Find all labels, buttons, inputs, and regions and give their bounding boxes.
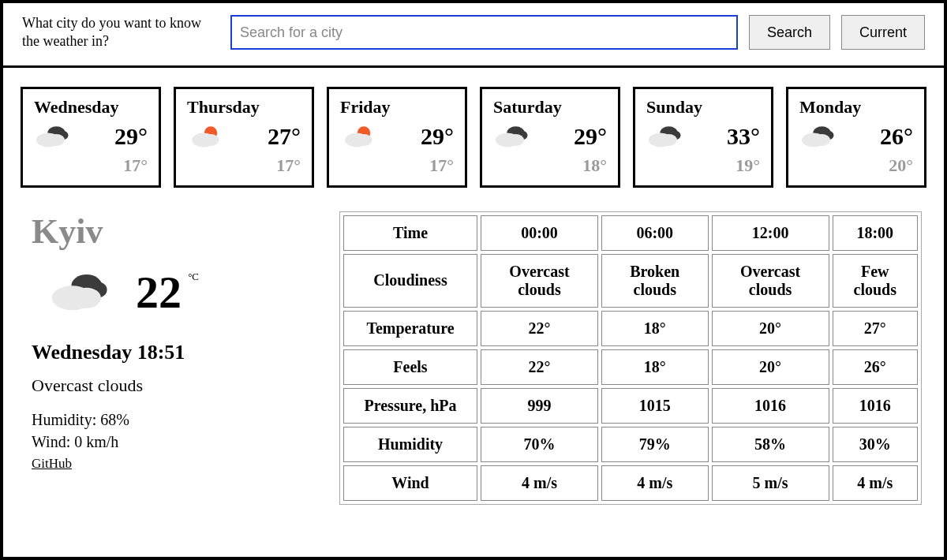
forecast-low: 19° [646,155,760,176]
table-cell: 4 m/s [481,465,598,501]
svg-point-9 [356,134,372,146]
search-button[interactable]: Search [749,15,830,50]
table-cell: 4 m/s [601,465,709,501]
forecast-day: Sunday [646,97,760,118]
forecast-card[interactable]: Sunday 33° 19° [633,87,773,188]
forecast-day: Monday [799,97,913,118]
table-cell: 22° [481,311,598,346]
table-cell: 4 m/s [833,465,918,501]
table-cell: Overcast clouds [481,254,598,308]
row-label: Humidity [343,427,477,462]
table-cell: 27° [833,311,918,346]
table-row: Humidity70%79%58%30% [343,427,918,462]
table-cell: 58% [712,427,829,462]
table-row: CloudinessOvercast cloudsBroken cloudsOv… [343,254,918,308]
forecast-card[interactable]: Saturday 29° 18° [480,87,620,188]
search-prompt: What city do you want to know the weathe… [22,14,219,51]
table-cell: Few clouds [833,254,918,308]
table-cell: Overcast clouds [712,254,829,308]
search-bar: What city do you want to know the weathe… [3,3,944,68]
forecast-day: Wednesday [34,97,148,118]
table-cell: 00:00 [481,215,598,251]
svg-point-17 [661,134,677,146]
table-row: Pressure, hPa999101510161016 [343,388,918,424]
forecast-low: 17° [187,155,301,176]
row-label: Temperature [343,311,477,346]
current-humidity: Humidity: 68% [32,409,316,431]
forecast-high: 29° [574,123,607,150]
current-weather-icon [47,267,114,316]
svg-point-21 [814,134,830,146]
forecast-high: 26° [880,123,913,150]
svg-point-3 [48,134,65,146]
table-cell: 12:00 [712,215,829,251]
table-cell: 20° [712,349,829,385]
table-cell: 79% [601,427,709,462]
forecast-low: 18° [493,155,607,176]
table-cell: 26° [833,349,918,385]
table-cell: 06:00 [601,215,709,251]
github-link[interactable]: GitHub [32,456,72,472]
forecast-high: 29° [114,123,148,150]
current-location-button[interactable]: Current [841,15,925,50]
svg-point-13 [507,134,524,146]
forecast-row: Wednesday 29° 17° Thursday 27° 17° Frida… [3,68,944,196]
table-row: Feels22°18°20°26° [343,349,918,385]
forecast-weather-icon [646,122,684,151]
forecast-card[interactable]: Friday 29° 17° [327,87,467,188]
forecast-card[interactable]: Wednesday 29° 17° [21,87,161,188]
table-cell: 22° [481,349,598,385]
table-cell: 18:00 [833,215,918,251]
forecast-high: 27° [268,123,301,150]
city-name: Kyiv [32,211,316,252]
table-row: Wind4 m/s4 m/s5 m/s4 m/s [343,465,918,501]
forecast-day: Friday [340,97,454,118]
forecast-high: 33° [727,123,760,150]
forecast-high: 29° [421,123,454,150]
table-cell: 18° [601,349,709,385]
table-cell: 1015 [601,388,709,424]
table-cell: 70% [481,427,598,462]
city-search-input[interactable] [230,15,738,50]
svg-point-6 [203,134,219,146]
table-cell: 1016 [833,388,918,424]
forecast-weather-icon [187,122,225,151]
table-cell: Broken clouds [601,254,709,308]
forecast-low: 17° [34,155,148,176]
row-label: Feels [343,349,477,385]
current-condition: Overcast clouds [32,375,316,396]
table-cell: 999 [481,388,598,424]
row-label: Wind [343,465,477,501]
forecast-low: 17° [340,155,454,176]
table-cell: 20° [712,311,829,346]
hourly-table: Time00:0006:0012:0018:00CloudinessOverca… [339,211,922,505]
current-datetime: Wednesday 18:51 [32,341,316,364]
forecast-low: 20° [799,155,913,176]
forecast-card[interactable]: Thursday 27° 17° [174,87,314,188]
forecast-weather-icon [799,122,837,151]
main-area: Kyiv 22°C Wednesday 18:51 Overcast cloud… [3,196,944,513]
table-cell: 1016 [712,388,829,424]
current-wind: Wind: 0 km/h [32,431,316,453]
table-cell: 18° [601,311,709,346]
table-cell: 30% [833,427,918,462]
table-row: Time00:0006:0012:0018:00 [343,215,918,251]
current-weather-panel: Kyiv 22°C Wednesday 18:51 Overcast cloud… [32,211,316,505]
row-label: Time [343,215,477,251]
forecast-day: Thursday [187,97,301,118]
forecast-weather-icon [340,122,378,151]
row-label: Pressure, hPa [343,388,477,424]
table-cell: 5 m/s [712,465,829,501]
current-temperature: 22°C [136,266,182,319]
row-label: Cloudiness [343,254,477,308]
forecast-weather-icon [34,122,72,151]
table-row: Temperature22°18°20°27° [343,311,918,346]
svg-point-25 [73,288,101,308]
forecast-day: Saturday [493,97,607,118]
forecast-weather-icon [493,122,531,151]
forecast-card[interactable]: Monday 26° 20° [786,87,926,188]
